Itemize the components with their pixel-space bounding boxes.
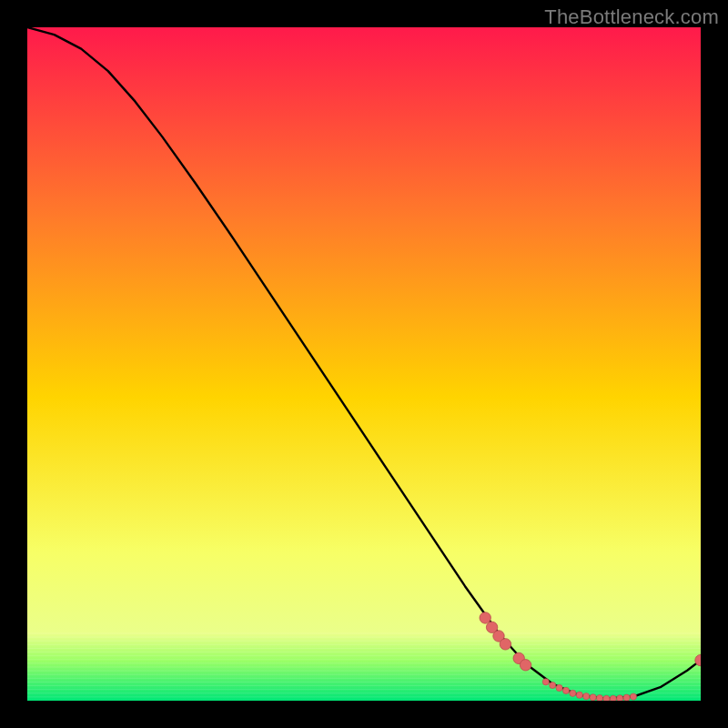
curve-marker — [630, 693, 636, 700]
curve-marker — [480, 612, 490, 623]
curve-marker — [550, 682, 556, 688]
curve-marker — [556, 684, 562, 691]
curve-marker — [623, 694, 630, 701]
curve-marker — [542, 679, 549, 685]
gradient-bg — [27, 27, 701, 701]
curve-marker — [576, 692, 582, 698]
chart-stage: TheBottleneck.com — [0, 0, 728, 728]
curve-marker — [562, 687, 569, 693]
curve-marker — [596, 695, 602, 701]
chart-svg — [27, 27, 701, 701]
curve-marker — [590, 694, 596, 701]
watermark-text: TheBottleneck.com — [544, 5, 719, 29]
curve-marker — [500, 639, 511, 650]
curve-marker — [570, 690, 576, 696]
curve-marker — [617, 695, 623, 701]
plot-area — [27, 27, 701, 701]
curve-marker — [583, 693, 590, 700]
curve-marker — [520, 660, 531, 671]
curve-marker — [610, 695, 616, 701]
curve-marker — [603, 695, 610, 701]
